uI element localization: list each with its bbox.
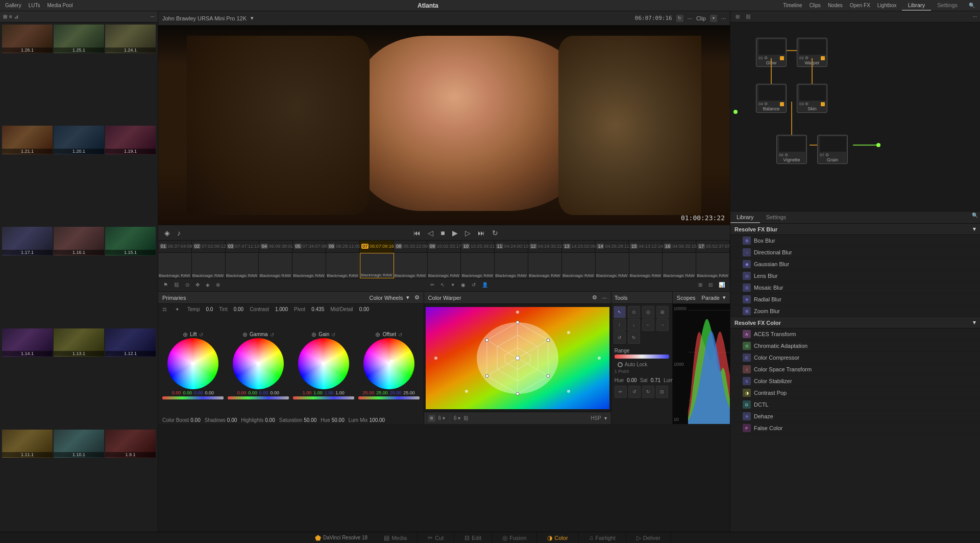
media-pool-btn[interactable]: Media Pool bbox=[45, 3, 75, 8]
timeline-thumb-08[interactable]: Blackmagic RAW bbox=[394, 253, 428, 278]
gallery-item[interactable]: 1.25.1 bbox=[54, 25, 104, 53]
lightbox-btn[interactable]: Lightbox bbox=[875, 3, 899, 8]
timeline-thumb-10[interactable]: Blackmagic RAW bbox=[461, 253, 495, 278]
gain-wheel-dot[interactable] bbox=[322, 362, 325, 365]
gallery-item[interactable]: 1.11.1 bbox=[2, 430, 53, 458]
offset-reset-icon[interactable]: ↺ bbox=[398, 332, 402, 338]
timeline-thumb-03[interactable]: Blackmagic RAW bbox=[226, 253, 259, 278]
tool-paint-btn[interactable]: ✏ bbox=[615, 386, 627, 398]
next-frame-btn[interactable]: ▷ bbox=[463, 228, 473, 238]
fx-directional-blur[interactable]: → Directional Blur bbox=[730, 247, 980, 258]
prev-frame-btn[interactable]: ◁ bbox=[426, 228, 435, 238]
fx-gaussian-blur[interactable]: ◉ Gaussian Blur bbox=[730, 258, 980, 270]
resolve-fx-blur-section[interactable]: Resolve FX Blur ▾ bbox=[730, 224, 980, 235]
gallery-item[interactable]: 1.21.1 bbox=[2, 126, 53, 154]
contrast-value[interactable]: 1.000 bbox=[275, 306, 288, 312]
gallery-item[interactable]: 1.12.1 bbox=[105, 328, 156, 357]
filter-btn[interactable]: ⊿ bbox=[14, 14, 18, 19]
gamma-reset-icon[interactable]: ↺ bbox=[270, 332, 274, 338]
hue-value[interactable]: 50.00 bbox=[332, 417, 345, 423]
clip-options-btn[interactable]: ··· bbox=[688, 15, 692, 21]
lift-bar[interactable] bbox=[162, 396, 224, 399]
tool-flag[interactable]: ⚑ bbox=[161, 281, 170, 289]
nodes-btn[interactable]: Nodes bbox=[826, 3, 845, 8]
tool-link[interactable]: ⛓ bbox=[172, 281, 181, 289]
clip-marker-04[interactable]: 0406:09:38:01V1 bbox=[259, 241, 293, 253]
lift-reset-icon[interactable]: ↺ bbox=[199, 332, 203, 338]
node-vignette[interactable]: 06 ⚙ Vignette bbox=[776, 135, 807, 164]
lib-search-icon[interactable]: 🔍 bbox=[970, 211, 980, 223]
node-grain[interactable]: 07 ⚙ Grain bbox=[817, 135, 848, 164]
tool-magic[interactable]: ✦ bbox=[449, 281, 457, 289]
nav-deliver[interactable]: ▷ Deliver bbox=[626, 532, 671, 544]
tool-reset1-btn[interactable]: ↺ bbox=[614, 332, 626, 344]
clip-more-options[interactable]: ··· bbox=[721, 15, 726, 21]
gain-reset-icon[interactable]: ↺ bbox=[331, 332, 335, 338]
grid-view-btn[interactable]: ⊞ bbox=[3, 14, 7, 19]
clip-marker-03[interactable]: 0307:47:11:13V1 bbox=[226, 241, 259, 253]
gallery-item[interactable]: 1.15.1 bbox=[105, 227, 156, 255]
nodes-tool-btn[interactable]: ⊞ bbox=[733, 13, 742, 20]
offset-color-wheel[interactable] bbox=[363, 338, 414, 389]
audio-btn[interactable]: ♪ bbox=[175, 228, 183, 238]
node-skin[interactable]: 03 ⚙ Skin bbox=[797, 84, 827, 113]
node-glow[interactable]: 01 ⚙ Glow bbox=[756, 38, 787, 67]
tint-value[interactable]: 0.00 bbox=[234, 306, 243, 312]
tool-person[interactable]: 👤 bbox=[480, 281, 490, 289]
hsp-dropdown[interactable]: ▾ bbox=[604, 415, 607, 421]
mid-detail-value[interactable]: 0.00 bbox=[359, 306, 369, 312]
timeline-thumb-11[interactable]: Blackmagic RAW bbox=[495, 253, 528, 278]
clip-marker-02[interactable]: 0207:02:09:12V1 bbox=[192, 241, 226, 253]
node-warper[interactable]: 02 ⚙ Warper bbox=[797, 38, 827, 67]
fx-color-space-transform[interactable]: ↕ Color Space Transform bbox=[730, 364, 980, 375]
jump-end-btn[interactable]: ⏭ bbox=[476, 228, 487, 238]
library-tab[interactable]: Library bbox=[902, 1, 932, 11]
timeline-thumb-09[interactable]: Blackmagic RAW bbox=[428, 253, 461, 278]
sort-btn[interactable]: ··· bbox=[151, 14, 155, 19]
gain-color-wheel[interactable] bbox=[298, 338, 349, 389]
timeline-btn[interactable]: Timeline bbox=[781, 3, 804, 8]
saturation-value[interactable]: 50.00 bbox=[304, 417, 316, 423]
gallery-item[interactable]: 1.14.1 bbox=[2, 328, 53, 357]
nav-cut[interactable]: ✂ Cut bbox=[418, 532, 454, 544]
settings-tab[interactable]: Settings bbox=[931, 1, 964, 11]
fx-color-stabilizer[interactable]: S Color Stabilizer bbox=[730, 375, 980, 387]
clip-sync-btn[interactable]: ↻ bbox=[676, 15, 683, 22]
fx-zoom-blur[interactable]: ⊞ Zoom Blur bbox=[730, 305, 980, 317]
tool-brush[interactable]: ✏ bbox=[428, 281, 436, 289]
clip-marker-16[interactable]: 1604:56:32:15V1 bbox=[663, 241, 696, 253]
lift-color-wheel[interactable] bbox=[167, 338, 218, 389]
tool-eye[interactable]: ◉ bbox=[459, 281, 468, 289]
jump-start-btn[interactable]: ⏮ bbox=[411, 228, 423, 238]
range-bar[interactable] bbox=[615, 355, 669, 359]
timeline-thumb-14[interactable]: Blackmagic RAW bbox=[596, 253, 629, 278]
open-fx-btn[interactable]: Open FX bbox=[848, 3, 872, 8]
pivot-value[interactable]: 0.435 bbox=[311, 306, 324, 312]
warper-mode-btn[interactable]: ⊞ bbox=[428, 415, 435, 422]
warper-canvas[interactable] bbox=[424, 304, 611, 412]
nav-edit[interactable]: ⊟ Edit bbox=[454, 532, 492, 544]
clip-marker-09[interactable]: 0910:02:33:17V1 bbox=[427, 241, 461, 253]
gallery-item[interactable]: 1.10.1 bbox=[54, 430, 104, 458]
gallery-item[interactable]: 1.9.1 bbox=[105, 430, 156, 458]
tool-right-btn[interactable]: → bbox=[656, 319, 669, 331]
clip-marker-05[interactable]: 0507:34:07:08V1 bbox=[293, 241, 327, 253]
gallery-btn[interactable]: Gallery bbox=[3, 3, 23, 8]
nav-media[interactable]: ▤ Media bbox=[374, 532, 418, 544]
autolock-radio[interactable] bbox=[618, 362, 623, 367]
warper-link-icon[interactable]: ⛓ bbox=[463, 415, 469, 421]
tool-up-btn[interactable]: ↑ bbox=[614, 319, 626, 331]
temp-icon[interactable]: ✦ bbox=[173, 305, 181, 313]
clip-v-btn[interactable]: ▾ bbox=[710, 15, 717, 22]
gain-bar[interactable] bbox=[293, 396, 354, 399]
clip-marker-15[interactable]: 1504:13:12:14V1 bbox=[629, 241, 663, 253]
nav-fairlight[interactable]: ♫ Fairlight bbox=[579, 532, 626, 544]
tool-view1[interactable]: ⊞ bbox=[696, 281, 704, 289]
timeline-thumb-16[interactable]: Blackmagic RAW bbox=[663, 253, 696, 278]
tool-grab[interactable]: ✥ bbox=[193, 281, 202, 289]
crosshair-icon[interactable]: ⊕ bbox=[242, 331, 248, 338]
tool-magnet-btn[interactable]: ⊞ bbox=[656, 306, 669, 318]
blur-collapse-icon[interactable]: ▾ bbox=[973, 226, 976, 232]
warper-gear-icon[interactable]: ⚙ bbox=[592, 294, 597, 301]
settings-tab-main[interactable]: Settings bbox=[760, 211, 793, 223]
